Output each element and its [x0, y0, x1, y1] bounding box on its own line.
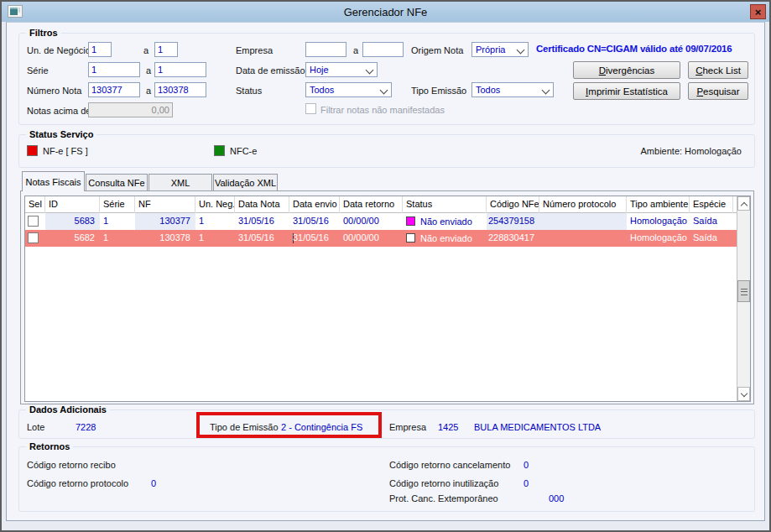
cell-codigo-nfe: 254379158	[487, 213, 539, 230]
un-negocio-from-input[interactable]	[88, 42, 112, 57]
divergencias-button[interactable]: Divergências	[573, 61, 680, 79]
notas-table: Sel ID Série NF Un. Neg. Data Nota Data …	[24, 196, 751, 402]
dados-adicionais-groupbox: Dados Adicionais	[18, 409, 755, 439]
imprimir-estatistica-button[interactable]: Imprimir Estatística	[573, 82, 680, 100]
cell-data-nota: 31/05/16	[235, 230, 289, 247]
tab-validacao-xml[interactable]: Validação XML	[213, 174, 278, 190]
table-header-row: Sel ID Série NF Un. Neg. Data Nota Data …	[25, 196, 750, 213]
tipo-emissao-filter-label: Tipo Emissão	[411, 86, 466, 96]
retorno-cancelamento-value: 0	[524, 460, 529, 470]
cell-status: Não enviado	[420, 214, 472, 230]
un-negocio-to-input[interactable]	[154, 42, 178, 57]
cell-id: 5683	[45, 213, 100, 230]
cell-un-neg: 1	[195, 213, 235, 230]
tipo-emissao-label: Tipo de Emissão	[210, 422, 279, 432]
retorno-protocolo-value: 0	[151, 478, 156, 488]
col-header-numero-protocolo: Número protocolo	[539, 196, 627, 213]
un-negocio-label: Un. de Negócio	[27, 45, 91, 55]
col-header-data-envio: Data envio	[289, 196, 340, 213]
tab-xml[interactable]: XML	[148, 174, 212, 190]
ambiente-label: Ambiente: Homologação	[641, 146, 742, 156]
cell-especie: Saída	[690, 213, 733, 230]
col-header-id: ID	[45, 196, 100, 213]
prot-canc-extemporaneo-label: Prot. Canc. Extemporâneo	[389, 493, 498, 503]
check-list-button[interactable]: Check List	[688, 61, 748, 79]
close-icon[interactable]: ×	[750, 4, 766, 19]
col-header-serie: Série	[100, 196, 135, 213]
range-separator: a	[143, 45, 148, 55]
certificate-text: Certificado CN=CIGAM válido até 09/07/20…	[536, 44, 732, 54]
scroll-up-icon[interactable]	[737, 196, 750, 211]
dados-adicionais-legend: Dados Adicionais	[26, 404, 110, 415]
cell-id: 5682	[45, 230, 100, 247]
col-header-sel: Sel	[25, 196, 45, 213]
empresa-from-input[interactable]	[305, 42, 346, 57]
origem-nota-label: Origem Nota	[411, 45, 463, 55]
status-servico-legend: Status Serviço	[26, 129, 96, 139]
numero-nota-label: Número Nota	[27, 86, 81, 96]
table-row[interactable]: 5683 1 130377 1 31/05/16 31/05/16 00/00/…	[25, 213, 750, 230]
range-separator: a	[353, 45, 358, 55]
origem-nota-value: Própria	[476, 44, 505, 55]
filters-legend: Filtros	[26, 28, 61, 38]
range-separator: a	[146, 86, 151, 96]
col-header-tipo-ambiente: Tipo ambiente	[627, 196, 690, 213]
vertical-scrollbar[interactable]	[737, 196, 750, 401]
nfe-status-label: NF-e [ FS ]	[43, 146, 88, 156]
scrollbar-thumb[interactable]	[737, 280, 750, 302]
pesquisar-button[interactable]: Pesquisar	[688, 82, 748, 100]
row-checkbox[interactable]	[28, 216, 39, 227]
col-header-data-nota: Data Nota	[235, 196, 289, 213]
row-checkbox[interactable]	[28, 232, 39, 243]
notas-acima-label: Notas acima de	[27, 106, 91, 116]
cell-numero-protocolo	[539, 230, 627, 247]
retorno-protocolo-label: Código retorno protocolo	[27, 478, 128, 488]
serie-to-input[interactable]	[154, 62, 206, 77]
data-emissao-label: Data de emissão	[236, 65, 305, 76]
cell-codigo-nfe: 228830417	[487, 230, 539, 247]
cell-tipo-ambiente: Homologação	[627, 213, 690, 230]
empresa-to-input[interactable]	[362, 42, 404, 57]
numero-nota-from-input[interactable]	[88, 82, 140, 97]
cell-especie: Saída	[690, 230, 733, 247]
cell-tipo-ambiente: Homologação	[627, 230, 690, 247]
data-emissao-value: Hoje	[310, 65, 329, 75]
tab-notas-fiscais[interactable]: Notas Fiscais	[22, 171, 85, 191]
window-title: Gerenciador NFe	[2, 6, 769, 18]
cell-nf: 130378	[135, 230, 195, 247]
origem-nota-select[interactable]: Própria	[471, 42, 529, 57]
tipo-emissao-select[interactable]: Todos	[471, 82, 554, 97]
cell-data-envio: 31/05/16	[289, 213, 340, 230]
col-header-especie: Espécie	[690, 196, 733, 213]
retorno-recibo-label: Código retorno recibo	[27, 460, 116, 470]
empresa-label: Empresa	[389, 422, 426, 432]
app-window: Gerenciador NFe × Filtros Un. de Negócio…	[0, 0, 771, 532]
chevron-down-icon	[378, 83, 391, 96]
cell-data-retorno: 00/00/00	[340, 213, 403, 230]
cell-serie: 1	[100, 230, 135, 247]
col-header-un-neg: Un. Neg.	[195, 196, 235, 213]
empresa-name: BULA MEDICAMENTOS LTDA	[474, 422, 601, 432]
status-select[interactable]: Todos	[305, 82, 392, 97]
table-row-selected[interactable]: 5682 1 130378 1 31/05/16 31/05/16 00/00/…	[25, 230, 750, 247]
col-header-data-retorno: Data retorno	[340, 196, 403, 213]
cell-status: Não enviado	[420, 231, 472, 247]
status-value: Todos	[310, 85, 334, 95]
numero-nota-to-input[interactable]	[154, 82, 206, 97]
col-header-codigo-nfe: Código NFe	[487, 196, 539, 213]
cell-nf: 130377	[135, 213, 195, 230]
empresa-code: 1425	[438, 422, 458, 432]
scroll-down-icon[interactable]	[737, 387, 750, 401]
nfce-status-label: NFC-e	[230, 146, 257, 156]
lote-label: Lote	[27, 422, 44, 432]
manifestadas-label: Filtrar notas não manifestadas	[320, 105, 445, 115]
retornos-groupbox: Retornos	[18, 446, 755, 512]
nfe-status-swatch	[27, 145, 38, 156]
serie-from-input[interactable]	[88, 62, 140, 77]
lote-value: 7228	[76, 422, 96, 432]
prot-canc-extemporaneo-value: 000	[549, 493, 564, 503]
data-emissao-select[interactable]: Hoje	[305, 62, 378, 77]
tab-consulta-nfe[interactable]: Consulta NFe	[86, 174, 148, 190]
manifestadas-checkbox	[305, 103, 316, 114]
range-separator: a	[146, 65, 151, 76]
